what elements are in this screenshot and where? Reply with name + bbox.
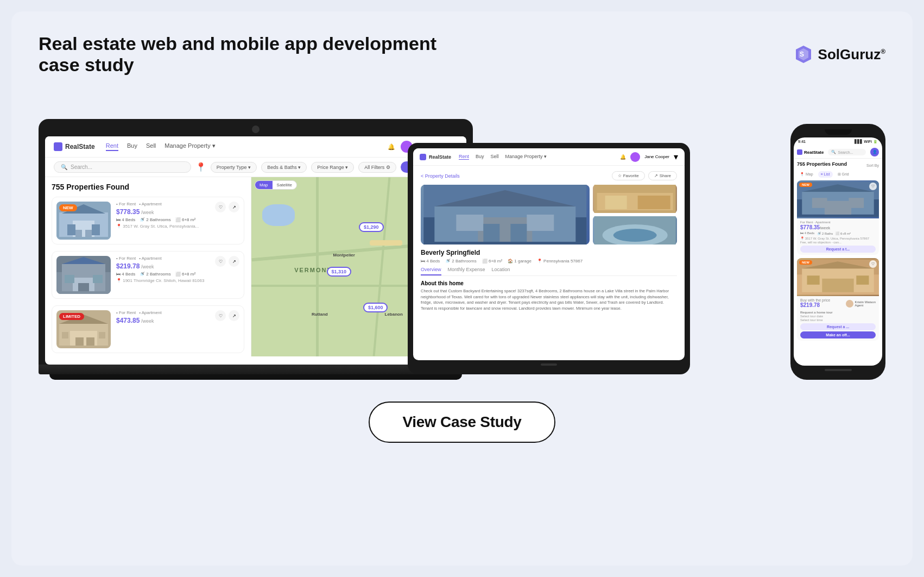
property-card: LIMITED • For Rent • Apartment $473.85 /… — [52, 305, 244, 353]
svg-rect-24 — [99, 332, 105, 338]
laptop-nav-links: Rent Buy Sell Manage Property ▾ — [106, 142, 377, 151]
property-type-filter[interactable]: Property Type ▾ — [211, 162, 257, 173]
tablet-chevron-icon: ▾ — [674, 152, 678, 162]
tablet-brand-text: RealState — [429, 154, 451, 160]
svg-rect-15 — [65, 275, 74, 283]
nav-link-rent[interactable]: Rent — [106, 142, 118, 151]
tablet-user-name: Jane Cooper — [644, 154, 669, 159]
favorite-btn[interactable]: ♡ — [215, 256, 226, 267]
tab-monthly-expense[interactable]: Monthly Expense — [448, 267, 485, 275]
view-case-study-button[interactable]: View Case Study — [369, 402, 555, 443]
laptop-foot — [49, 374, 462, 380]
tablet-device: RealState Rent Buy Sell Manage Property … — [408, 143, 690, 374]
property-details: 🛏 4 Beds 🚿 2 Bathrooms ⬜ 6+8 m² — [116, 272, 239, 277]
phone-agent-info: Kristin WatsonAgent — [846, 300, 876, 308]
phone-logo-icon — [797, 149, 802, 155]
property-card: • For Rent • Apartment $219.78 /week 🛏 4… — [52, 251, 244, 299]
property-image: LIMITED — [56, 310, 111, 348]
price-range-filter[interactable]: Price Range ▾ — [311, 162, 354, 173]
phone-request-tour-btn[interactable]: Request a t... — [800, 246, 876, 253]
phone-property-price-2: $219.78 — [800, 302, 830, 308]
bell-icon[interactable]: 🔔 — [388, 143, 395, 150]
favorite-btn[interactable]: ♡ — [215, 202, 226, 212]
phone-property-price-1: $778.35/week — [800, 224, 876, 230]
svg-rect-16 — [93, 275, 103, 283]
all-filters-btn[interactable]: All Filters ⚙ — [358, 162, 396, 173]
tab-overview[interactable]: Overview — [421, 267, 441, 275]
laptop-navbar: RealState Rent Buy Sell Manage Property … — [45, 136, 466, 158]
tablet-back-btn[interactable]: < Property Details — [421, 173, 460, 179]
phone-property-image-1: NEW ♡ — [797, 180, 879, 218]
map-toggle-map[interactable]: Map — [255, 181, 273, 189]
tablet-nav-manage[interactable]: Manage Property ▾ — [505, 154, 547, 160]
property-actions: ♡ ↗ — [215, 202, 239, 212]
phone-sort-label: Sort By — [866, 164, 879, 167]
tab-location[interactable]: Location — [492, 267, 510, 275]
search-input[interactable]: 🔍 Search... — [54, 161, 191, 173]
map-marker-1290[interactable]: $1,290 — [359, 222, 384, 232]
tablet-favorite-btn[interactable]: ☆ Favorite — [612, 171, 645, 180]
phone-new-badge-2: NEW — [799, 260, 812, 265]
nav-link-manage[interactable]: Manage Property ▾ — [164, 142, 215, 151]
nav-link-sell[interactable]: Sell — [146, 142, 156, 151]
svg-rect-5 — [67, 224, 75, 235]
phone-request-tour-btn-2[interactable]: Request a ... — [800, 323, 876, 330]
phone-status-bar: 9:41 ▋▋▋ WiFi 🔋 — [794, 137, 882, 146]
tablet-nav-rent[interactable]: Rent — [459, 154, 469, 160]
properties-count: 755 Properties Found — [52, 183, 244, 191]
phone-property-card-1: NEW ♡ For Rent · Apartment $778.35/week … — [797, 180, 879, 255]
beds-baths-filter[interactable]: Beds & Baths ▾ — [261, 162, 307, 173]
phone-fav-btn-1[interactable]: ♡ — [869, 183, 877, 190]
svg-rect-23 — [62, 332, 68, 338]
tablet-prop-header: < Property Details ☆ Favorite ↗ Share — [421, 171, 677, 180]
property-actions: ♡ ↗ — [215, 256, 239, 267]
tablet-action-buttons: ☆ Favorite ↗ Share — [612, 171, 677, 180]
tablet-nav-buy[interactable]: Buy — [476, 154, 484, 160]
tablet-property-name: Beverly Springfield — [421, 249, 677, 256]
phone-tab-grid[interactable]: ⊞ Grid — [835, 171, 852, 178]
phone-tab-list[interactable]: ≡ List — [818, 171, 833, 178]
tablet-home-button[interactable] — [541, 363, 557, 366]
phone-nav-icons: 👤 — [870, 148, 879, 156]
phone-new-badge-1: NEW — [799, 183, 812, 187]
tablet-nav-sell[interactable]: Sell — [491, 154, 499, 160]
share-btn[interactable]: ↗ — [229, 202, 239, 212]
svg-rect-37 — [637, 196, 670, 209]
tablet-nav-right: 🔔 Jane Cooper ▾ — [620, 152, 678, 162]
svg-rect-33 — [510, 224, 527, 242]
header: Real estate web and mobile app developme… — [39, 33, 885, 76]
phone-content: 755 Properties Found Sort By 📍 Map ≡ Lis… — [794, 159, 882, 347]
realstate-logo: RealState — [54, 142, 95, 151]
map-marker-1310[interactable]: $1,310 — [327, 267, 352, 277]
share-btn[interactable]: ↗ — [229, 256, 239, 267]
phone-notch — [825, 129, 852, 135]
phone-fav-btn-2[interactable]: ♡ — [869, 260, 877, 268]
favorite-btn[interactable]: ♡ — [215, 310, 226, 321]
tablet-screen: RealState Rent Buy Sell Manage Property … — [413, 148, 685, 360]
phone-device: 9:41 ▋▋▋ WiFi 🔋 RealState 🔍 Search... — [790, 124, 885, 380]
phone-property-card-2: NEW ♡ Buy with the price $219.78 — [797, 258, 879, 341]
new-badge: NEW — [59, 204, 77, 211]
phone-navbar: RealState 🔍 Search... 👤 — [794, 146, 882, 159]
beds-detail: 🛏 4 Beds — [116, 217, 135, 222]
phone-home-bar[interactable] — [825, 369, 852, 371]
laptop-screen: RealState Rent Buy Sell Manage Property … — [45, 136, 466, 365]
phone-search-input[interactable]: 🔍 Search... — [828, 149, 866, 155]
map-vermont-label: VERMONT — [294, 267, 332, 273]
svg-rect-47 — [849, 198, 864, 208]
map-toggle-satellite[interactable]: Satellite — [273, 181, 296, 189]
share-btn[interactable]: ↗ — [229, 310, 239, 321]
phone-view-tabs: 📍 Map ≡ List ⊞ Grid — [797, 171, 879, 178]
tablet-bell-icon[interactable]: 🔔 — [620, 154, 626, 160]
nav-link-buy[interactable]: Buy — [127, 142, 137, 151]
tablet-share-btn[interactable]: ↗ Share — [648, 171, 677, 180]
laptop-search-bar: 🔍 Search... 📍 Property Type ▾ Beds & Bat… — [45, 158, 466, 177]
map-marker-1600[interactable]: $1,600 — [363, 303, 388, 312]
map-montpelier-label: Montpelier — [333, 253, 355, 258]
search-placeholder: Search... — [71, 164, 92, 170]
phone-brand-text: RealState — [804, 150, 824, 155]
property-list-panel: 755 Properties Found — [45, 177, 251, 356]
phone-make-offer-btn[interactable]: Make an off... — [800, 331, 876, 338]
phone-tab-map[interactable]: 📍 Map — [797, 171, 816, 178]
limited-badge: LIMITED — [59, 313, 84, 320]
